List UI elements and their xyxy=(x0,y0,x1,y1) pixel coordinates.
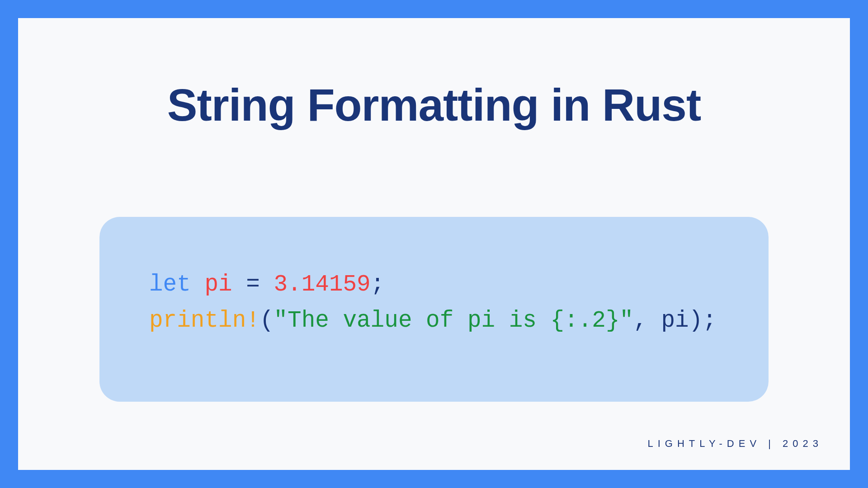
code-token-space xyxy=(260,272,274,297)
code-token-variable: pi xyxy=(204,272,232,297)
code-token-space xyxy=(232,272,246,297)
code-token-keyword: let xyxy=(149,272,191,297)
code-token-space xyxy=(191,272,205,297)
code-token-assign: = xyxy=(246,272,260,297)
code-token-comma: , xyxy=(633,308,647,333)
footer-credit: LIGHTLY-DEV | 2023 xyxy=(648,438,823,450)
code-token-semi: ; xyxy=(371,272,385,297)
code-line-1: let pi = 3.14159; xyxy=(149,267,719,303)
code-token-macro: println! xyxy=(149,308,260,333)
code-token-lparen: ( xyxy=(260,308,274,333)
slide-title: String Formatting in Rust xyxy=(167,79,701,131)
code-token-number: 3.14159 xyxy=(274,272,370,297)
code-token-space xyxy=(647,308,661,333)
code-token-identifier: pi xyxy=(661,308,689,333)
code-token-rparen: ) xyxy=(689,308,703,333)
code-token-semi: ; xyxy=(703,308,717,333)
slide-card: String Formatting in Rust let pi = 3.141… xyxy=(18,18,850,470)
code-token-string: "The value of pi is {:.2}" xyxy=(274,308,633,333)
code-line-2: println!("The value of pi is {:.2}", pi)… xyxy=(149,303,719,339)
code-block: let pi = 3.14159; println!("The value of… xyxy=(99,217,769,402)
